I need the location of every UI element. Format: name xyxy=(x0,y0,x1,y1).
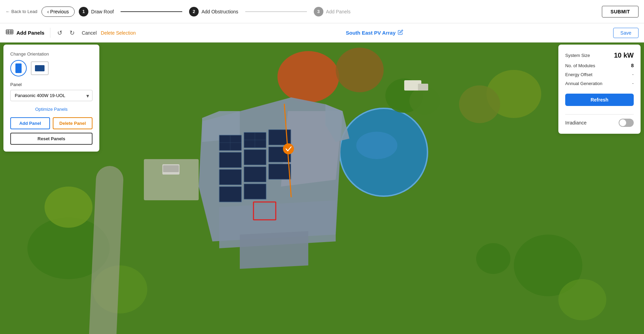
svg-marker-21 xyxy=(240,231,308,269)
system-size-value: 10 kW xyxy=(614,51,634,59)
panel-divider xyxy=(565,114,634,115)
modules-value: 8 xyxy=(631,63,634,68)
svg-rect-50 xyxy=(418,84,428,91)
back-to-lead-label: Back to Lead xyxy=(11,9,37,14)
svg-point-46 xyxy=(45,187,92,228)
svg-rect-31 xyxy=(244,167,266,182)
step3-circle: 3 xyxy=(314,7,323,16)
modules-label: No. of Modules xyxy=(565,63,595,68)
step1-num: 1 xyxy=(82,9,85,14)
svg-point-17 xyxy=(356,132,397,159)
panel-action-buttons: Add Panel Delete Panel xyxy=(10,117,92,129)
back-to-lead-link[interactable]: ← Back to Lead xyxy=(5,9,37,14)
arrow-left-icon: ← xyxy=(5,9,10,14)
svg-point-11 xyxy=(336,48,384,92)
panel-label: Panel xyxy=(10,82,92,87)
step2-circle: 2 xyxy=(189,7,199,16)
array-name-label: South East PV Array xyxy=(346,30,395,36)
array-name-group[interactable]: South East PV Array xyxy=(140,29,609,36)
svg-point-13 xyxy=(459,85,500,123)
add-panel-button[interactable]: Add Panel xyxy=(10,117,50,129)
step1-group: 1 Draw Roof xyxy=(79,7,114,16)
reset-panels-label: Reset Panels xyxy=(38,136,65,141)
delete-panel-label: Delete Panel xyxy=(59,121,86,126)
svg-rect-28 xyxy=(244,150,266,165)
svg-rect-0 xyxy=(6,30,13,34)
svg-rect-30 xyxy=(219,169,242,185)
optimize-label: Optimize Panels xyxy=(35,107,68,112)
portrait-icon xyxy=(15,63,22,73)
svg-rect-32 xyxy=(269,164,291,179)
svg-rect-34 xyxy=(244,184,266,199)
landscape-orientation-button[interactable] xyxy=(31,61,49,75)
landscape-icon xyxy=(35,65,45,71)
irradiance-label: Irradiance xyxy=(565,120,586,126)
edit-icon xyxy=(398,29,403,36)
cancel-button[interactable]: Cancel xyxy=(82,30,97,36)
step2-group: 2 Add Obstructions xyxy=(189,7,238,16)
toolbar-title-group: Add Panels xyxy=(5,28,45,38)
step2-label: Add Obstructions xyxy=(201,9,238,14)
svg-point-9 xyxy=(558,279,606,320)
svg-rect-33 xyxy=(219,187,242,202)
previous-label: Previous xyxy=(50,9,69,14)
svg-rect-24 xyxy=(219,135,242,151)
annual-gen-row: Annual Generation - xyxy=(565,81,634,86)
save-label: Save xyxy=(620,30,631,36)
reset-panels-button[interactable]: Reset Panels xyxy=(10,133,92,145)
svg-rect-27 xyxy=(219,152,242,168)
svg-point-10 xyxy=(277,51,339,103)
step-divider-2 xyxy=(245,11,307,12)
system-size-row: System Size 10 kW xyxy=(565,51,634,59)
step2-num: 2 xyxy=(193,9,195,14)
save-button[interactable]: Save xyxy=(613,28,639,38)
redo-button[interactable]: ↻ xyxy=(67,27,78,38)
modules-row: No. of Modules 8 xyxy=(565,63,634,68)
energy-offset-value: - xyxy=(632,72,634,77)
system-size-label: System Size xyxy=(565,53,590,58)
panel-select[interactable]: Panasonic 400W 19-UOL xyxy=(10,90,92,101)
irradiance-row: Irradiance xyxy=(565,119,634,127)
annual-generation-value: - xyxy=(632,81,634,86)
svg-point-40 xyxy=(283,143,294,154)
annual-generation-label: Annual Generation xyxy=(565,81,602,86)
chevron-left-icon: ‹ xyxy=(47,9,49,14)
orientation-options xyxy=(10,60,92,76)
svg-rect-25 xyxy=(244,132,266,148)
portrait-orientation-button[interactable] xyxy=(10,60,27,76)
top-nav: ← Back to Lead ‹ Previous 1 Draw Roof 2 … xyxy=(0,0,644,23)
delete-selection-button[interactable]: Delete Selection xyxy=(101,30,136,36)
left-panel: Change Orientation Panel Panasonic 400W … xyxy=(3,45,99,152)
undo-button[interactable]: ↺ xyxy=(54,27,65,38)
optimize-panels-link[interactable]: Optimize Panels xyxy=(10,107,92,112)
toolbar-icon-group: ↺ ↻ xyxy=(54,27,78,38)
orientation-label: Change Orientation xyxy=(10,51,92,57)
svg-point-45 xyxy=(476,243,510,274)
toolbar-title-text: Add Panels xyxy=(16,30,45,36)
delete-panel-button[interactable]: Delete Panel xyxy=(53,117,92,129)
toolbar-left: Add Panels xyxy=(5,28,50,38)
step3-label: Add Panels xyxy=(326,9,351,14)
step-divider-1 xyxy=(121,11,182,12)
energy-offset-label: Energy Offset xyxy=(565,72,592,77)
refresh-button[interactable]: Refresh xyxy=(565,94,634,106)
step3-group: 3 Add Panels xyxy=(314,7,351,16)
step3-num: 3 xyxy=(317,9,320,14)
orientation-section: Change Orientation xyxy=(10,51,92,76)
toolbar: Add Panels ↺ ↻ Cancel Delete Selection S… xyxy=(0,23,644,43)
panel-section: Panel Panasonic 400W 19-UOL ▾ xyxy=(10,82,92,101)
right-panel: System Size 10 kW No. of Modules 8 Energ… xyxy=(558,45,641,134)
energy-offset-row: Energy Offset - xyxy=(565,72,634,77)
step1-label: Draw Roof xyxy=(91,9,114,14)
solar-panel-icon xyxy=(5,28,14,38)
svg-rect-48 xyxy=(163,165,179,172)
submit-label: SUBMIT xyxy=(610,9,630,14)
toggle-knob xyxy=(619,119,626,126)
step1-circle: 1 xyxy=(79,7,88,16)
panel-select-wrapper: Panasonic 400W 19-UOL ▾ xyxy=(10,90,92,101)
submit-button[interactable]: SUBMIT xyxy=(602,6,639,17)
previous-button[interactable]: ‹ Previous xyxy=(41,7,75,17)
irradiance-toggle[interactable] xyxy=(619,119,634,127)
refresh-label: Refresh xyxy=(591,97,608,103)
add-panel-label: Add Panel xyxy=(19,121,41,126)
